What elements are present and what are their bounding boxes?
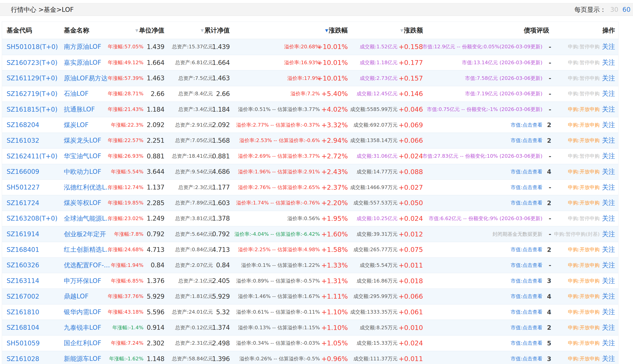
turnover-label: 成交额:557.53万元	[353, 200, 398, 206]
market-value-link[interactable]: 市值:点击查看	[511, 278, 542, 284]
fund-code-link[interactable]: SZ161028	[7, 355, 39, 363]
fund-code-link[interactable]: SZ161724	[7, 199, 39, 207]
fund-name-link[interactable]: 鼎越LOF	[64, 292, 89, 301]
page-size-option-60[interactable]: 60	[622, 6, 630, 14]
fund-name-link[interactable]: 嘉实原油LOF	[64, 58, 101, 67]
market-value-link[interactable]: 市值:点击查看	[511, 309, 542, 316]
total-asset-label: 总资产:6.81亿元	[175, 59, 213, 66]
fund-code-link[interactable]: SZ168204	[7, 121, 39, 129]
fund-code-link[interactable]: SZ160723(T+0)	[7, 59, 58, 66]
fund-code-link[interactable]: SZ163208(T+0)	[7, 215, 58, 222]
premium-rate-label: 溢价率:2.77% -- 估算溢价率:-0.37%	[236, 122, 320, 128]
change-percent-value: +10.01%	[317, 43, 348, 50]
fund-code-link[interactable]: SH501227	[7, 184, 40, 191]
cumulative-nav-value: 1.177	[212, 184, 230, 191]
fund-name-link[interactable]: 红土创新精选L...	[64, 245, 112, 254]
fund-name-link[interactable]: 银华内需LOF	[64, 308, 101, 316]
fund-name-link[interactable]: 申万环保LOF	[64, 277, 101, 285]
fund-code-link[interactable]: SZ162719(T+0)	[7, 90, 58, 98]
fund-code-link[interactable]: SZ161810	[7, 308, 39, 316]
market-value-label: 封闭期基金无数据更新	[492, 231, 542, 238]
fund-name-link[interactable]: 创业板2年定开	[64, 230, 106, 238]
market-value-link[interactable]: 市值:点击查看	[511, 356, 542, 362]
column-header-cumulative-nav[interactable]: ▼累计净值	[201, 22, 230, 39]
fund-code-link[interactable]: SZ161129(T+0)	[7, 74, 58, 82]
fund-name-link[interactable]: 石油LOF	[64, 90, 89, 98]
watch-link[interactable]: 关注	[602, 245, 615, 254]
watch-link[interactable]: 关注	[602, 58, 615, 67]
subscription-status-label: 申购:暂停申购	[568, 215, 600, 222]
change-amount-value: +0.010	[399, 324, 423, 332]
fund-code-link[interactable]: SZ168401	[7, 246, 39, 254]
watch-link[interactable]: 关注	[602, 292, 615, 301]
watch-link[interactable]: 关注	[602, 74, 615, 83]
watch-link[interactable]: 关注	[602, 323, 615, 332]
market-value-link[interactable]: 市值:点击查看	[511, 262, 542, 269]
market-value-link[interactable]: 市值:点击查看	[511, 168, 542, 175]
watch-link[interactable]: 关注	[602, 136, 615, 145]
fund-name-link[interactable]: 全球油气能源L...	[64, 214, 112, 223]
page-size-option-30[interactable]: 30	[610, 6, 618, 14]
fund-name-link[interactable]: 中欧动力LOF	[64, 168, 101, 176]
market-value-link[interactable]: 市值:点击查看	[511, 200, 542, 206]
table-row: SZ162411(T+0)华宝油气LOF年涨幅:26.93%0.881总资产:1…	[2, 148, 618, 164]
watch-link[interactable]: 关注	[602, 338, 615, 348]
fund-name-link[interactable]: 抗通胀LOF	[64, 105, 95, 114]
fund-name-link[interactable]: 泓德红利优选L...	[64, 183, 112, 192]
watch-link[interactable]: 关注	[602, 152, 615, 161]
fund-name-link[interactable]: 国企红利LOF	[64, 339, 101, 348]
watch-link[interactable]: 关注	[602, 198, 615, 208]
watch-link[interactable]: 关注	[602, 261, 615, 270]
column-header-change-amount[interactable]: ▼涨跌额	[400, 22, 423, 39]
fund-name-link[interactable]: 九泰锐丰LOF	[64, 324, 101, 332]
market-value-link[interactable]: 市值:点击查看	[511, 137, 542, 144]
change-amount-value: +0.075	[399, 246, 423, 254]
fund-name-link[interactable]: 新能源车LOF	[64, 354, 101, 363]
watch-link[interactable]: 关注	[602, 120, 615, 130]
column-header-change-percent[interactable]: ▼涨跌幅	[325, 22, 348, 39]
fund-code-link[interactable]: SZ162411(T+0)	[7, 152, 58, 160]
watch-link[interactable]: 关注	[602, 230, 615, 239]
market-value-link[interactable]: 市值:点击查看	[511, 293, 542, 300]
market-value-link[interactable]: 市值:点击查看	[511, 184, 542, 191]
market-value-link[interactable]: 市值:点击查看	[511, 122, 542, 128]
fund-code-link[interactable]: SH501018(T+0)	[7, 43, 58, 50]
table-row: SZ161724煤炭等权LOF年涨幅:19.85%2.285总资产:7.89亿元…	[2, 195, 618, 210]
fund-name-link[interactable]: 煤炭等权LOF	[64, 198, 101, 207]
watch-link[interactable]: 关注	[602, 89, 615, 98]
change-percent-value: +1.31%	[321, 277, 348, 285]
fund-name-link[interactable]: 原油LOF易方达	[64, 74, 108, 82]
fund-code-link[interactable]: SH501059	[7, 340, 40, 347]
fund-code-link[interactable]: SZ168104	[7, 324, 39, 331]
fund-code-link[interactable]: SZ163114	[7, 277, 39, 284]
unit-nav-value: 2.302	[147, 340, 164, 347]
market-value-link[interactable]: 市值:点击查看	[511, 340, 542, 346]
fund-code-link[interactable]: SZ161815(T+0)	[7, 106, 58, 113]
watch-link[interactable]: 关注	[602, 354, 615, 363]
year-change-label: 年涨幅:1.94%	[111, 262, 144, 269]
fund-name-link[interactable]: 煤炭LOF	[64, 121, 89, 129]
watch-link[interactable]: 关注	[602, 214, 615, 223]
watch-link[interactable]: 关注	[602, 276, 615, 286]
market-value-link[interactable]: 市值:点击查看	[511, 246, 542, 253]
watch-link[interactable]: 关注	[602, 167, 615, 176]
fund-code-link[interactable]: SZ161032	[7, 137, 39, 144]
fund-code-link[interactable]: SZ160326	[7, 262, 39, 269]
watch-link[interactable]: 关注	[602, 42, 615, 51]
market-value-link[interactable]: 市值:点击查看	[511, 324, 542, 331]
fund-name-link[interactable]: 华宝油气LOF	[64, 152, 101, 160]
bond-rating-value: 2	[547, 122, 551, 128]
watch-link[interactable]: 关注	[602, 183, 615, 192]
fund-code-link[interactable]: SZ167002	[7, 293, 39, 300]
fund-name-link[interactable]: 优选配置FOF-...	[64, 261, 110, 270]
fund-code-link[interactable]: SZ166009	[7, 168, 39, 176]
column-header-unit-nav[interactable]: ▼单位净值	[135, 22, 164, 39]
fund-name-link[interactable]: 南方原油LOF	[64, 42, 101, 51]
watch-link[interactable]: 关注	[602, 105, 615, 114]
fund-name-link[interactable]: 煤炭龙头LOF	[64, 136, 101, 145]
column-header-bond-rating: 债项评级	[524, 22, 549, 39]
watch-link[interactable]: 关注	[602, 308, 615, 316]
fund-code-link[interactable]: SZ161914	[7, 230, 39, 238]
breadcrumb[interactable]: 行情中心 >基金>LOF	[11, 4, 74, 16]
table-row: SH501018(T+0)南方原油LOF年涨幅:57.05%1.439总资产:1…	[2, 39, 618, 55]
